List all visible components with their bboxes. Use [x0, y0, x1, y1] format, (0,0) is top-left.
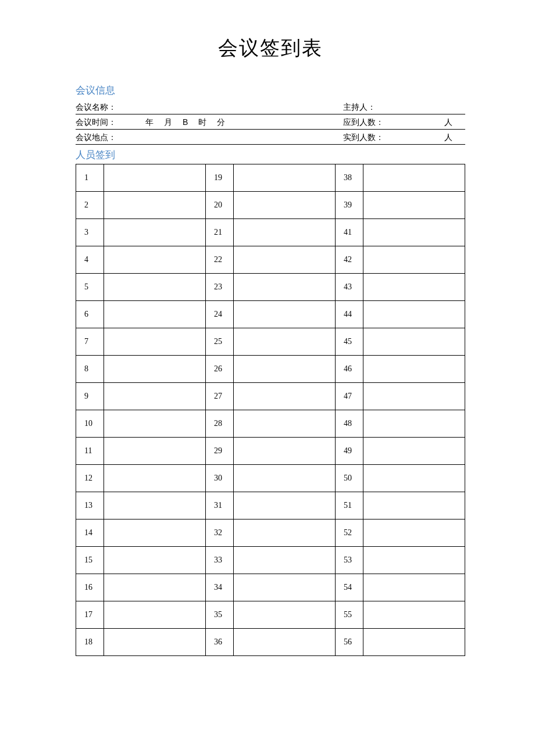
signin-number: 10 — [76, 410, 104, 438]
signin-number: 16 — [76, 574, 104, 601]
table-row: 123050 — [76, 465, 465, 492]
signin-signature-cell — [234, 164, 336, 192]
actual-count-label: 实到人数： — [343, 132, 384, 143]
info-row-location: 会议地点： 实到人数： 人 — [76, 130, 465, 145]
table-row: 133151 — [76, 492, 465, 519]
signin-signature-cell — [234, 219, 336, 246]
signin-signature-cell — [104, 574, 206, 601]
signin-number: 36 — [205, 629, 233, 656]
unit-month: 月 — [164, 117, 172, 128]
signin-signature-cell — [104, 356, 206, 383]
signin-number: 18 — [76, 629, 104, 656]
signin-number: 14 — [76, 519, 104, 547]
signin-number: 33 — [205, 547, 233, 574]
signin-number: 27 — [205, 383, 233, 410]
signin-number: 13 — [76, 492, 104, 519]
table-row: 183656 — [76, 629, 465, 656]
signin-number: 2 — [76, 192, 104, 219]
signin-signature-cell — [234, 547, 336, 574]
signin-signature-cell — [363, 164, 465, 192]
table-row: 153353 — [76, 547, 465, 574]
signin-number: 5 — [76, 274, 104, 301]
unit-minute: 分 — [217, 117, 225, 128]
signin-number: 43 — [335, 274, 363, 301]
signin-number: 15 — [76, 547, 104, 574]
signin-number: 29 — [205, 438, 233, 465]
signin-signature-cell — [104, 274, 206, 301]
signin-number: 21 — [205, 219, 233, 246]
signin-number: 38 — [335, 164, 363, 192]
signin-number: 32 — [205, 519, 233, 547]
signin-number: 30 — [205, 465, 233, 492]
signin-number: 1 — [76, 164, 104, 192]
signin-number: 31 — [205, 492, 233, 519]
signin-signature-cell — [234, 574, 336, 601]
meeting-name-label: 会议名称： — [76, 102, 116, 113]
signin-number: 35 — [205, 601, 233, 629]
signin-number: 41 — [335, 219, 363, 246]
signin-signature-cell — [363, 465, 465, 492]
signin-number: 6 — [76, 301, 104, 328]
expected-count-label: 应到人数： — [343, 117, 384, 128]
signin-signature-cell — [234, 492, 336, 519]
signin-signature-cell — [104, 246, 206, 274]
meeting-location-label: 会议地点： — [76, 132, 116, 143]
signin-number: 24 — [205, 301, 233, 328]
signin-number: 44 — [335, 301, 363, 328]
signin-number: 8 — [76, 356, 104, 383]
signin-number: 53 — [335, 547, 363, 574]
signin-signature-cell — [234, 274, 336, 301]
signin-signature-cell — [363, 601, 465, 629]
time-units: 年 月 B 时 分 — [145, 117, 225, 128]
signin-signature-cell — [104, 383, 206, 410]
meeting-info-section: 会议信息 会议名称： 主持人： 会议时间： 年 月 B 时 分 应到人数： 人 … — [76, 84, 465, 145]
signin-signature-cell — [363, 274, 465, 301]
unit-hour: 时 — [198, 117, 206, 128]
signin-section: 人员签到 11938220393214142242523436244472545… — [76, 148, 465, 656]
signin-signature-cell — [104, 547, 206, 574]
signin-number: 25 — [205, 328, 233, 356]
signin-signature-cell — [104, 328, 206, 356]
table-row: 92747 — [76, 383, 465, 410]
signin-signature-cell — [104, 629, 206, 656]
signin-signature-cell — [234, 601, 336, 629]
signin-signature-cell — [363, 246, 465, 274]
signin-signature-cell — [363, 301, 465, 328]
signin-signature-cell — [234, 438, 336, 465]
actual-unit: 人 — [444, 132, 465, 143]
signin-signature-cell — [234, 519, 336, 547]
signin-signature-cell — [234, 192, 336, 219]
signin-number: 17 — [76, 601, 104, 629]
signin-number: 4 — [76, 246, 104, 274]
signin-signature-cell — [363, 519, 465, 547]
signin-signature-cell — [234, 301, 336, 328]
signin-signature-cell — [363, 492, 465, 519]
signin-signature-cell — [104, 192, 206, 219]
info-row-name: 会议名称： 主持人： — [76, 99, 465, 114]
meeting-time-label: 会议时间： — [76, 117, 116, 128]
signin-signature-cell — [104, 601, 206, 629]
expected-unit: 人 — [444, 117, 465, 128]
table-row: 163454 — [76, 574, 465, 601]
signin-signature-cell — [363, 328, 465, 356]
signin-number: 7 — [76, 328, 104, 356]
signin-number: 56 — [335, 629, 363, 656]
signin-signature-cell — [234, 356, 336, 383]
signin-signature-cell — [234, 465, 336, 492]
signin-number: 47 — [335, 383, 363, 410]
table-row: 22039 — [76, 192, 465, 219]
host-label: 主持人： — [343, 102, 376, 113]
signin-signature-cell — [363, 410, 465, 438]
signin-number: 34 — [205, 574, 233, 601]
signin-signature-cell — [104, 492, 206, 519]
section-header-info: 会议信息 — [76, 84, 465, 97]
signin-number: 54 — [335, 574, 363, 601]
signin-signature-cell — [104, 301, 206, 328]
table-row: 82646 — [76, 356, 465, 383]
table-row: 42242 — [76, 246, 465, 274]
info-row-time: 会议时间： 年 月 B 时 分 应到人数： 人 — [76, 114, 465, 130]
signin-signature-cell — [104, 438, 206, 465]
table-row: 102848 — [76, 410, 465, 438]
signin-number: 52 — [335, 519, 363, 547]
signin-number: 55 — [335, 601, 363, 629]
